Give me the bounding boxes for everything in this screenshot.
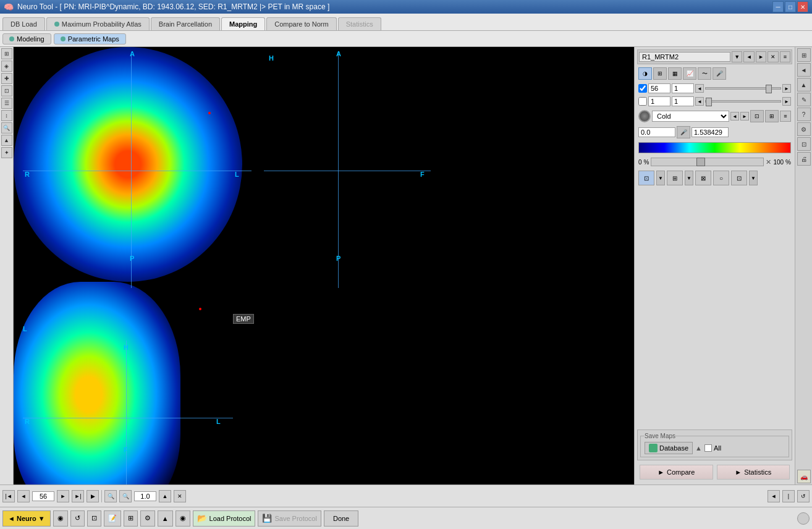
tab-mapping[interactable]: Mapping (221, 17, 265, 30)
ico-wave[interactable]: 〜 (698, 67, 711, 80)
opacity-slider-thumb-1[interactable] (766, 85, 772, 93)
strip-btn-8[interactable]: 🖨 (797, 152, 811, 166)
layer-close-btn[interactable]: ✕ (768, 51, 778, 62)
toolbar-btn-1[interactable]: ◉ (53, 510, 68, 527)
min-value-input[interactable] (638, 127, 675, 137)
colormap-ico-2[interactable]: ⊞ (765, 110, 779, 122)
tab-db-load[interactable]: DB Load (2, 17, 45, 30)
toolbar-btn-4[interactable]: 📝 (104, 510, 121, 527)
toolbar-btn-6[interactable]: ⚙ (140, 510, 155, 527)
compare-button[interactable]: ► Compare (640, 465, 713, 480)
nav-play-btn[interactable]: ▶ (87, 490, 99, 502)
neuro-button[interactable]: ◄ Neuro ▼ (2, 510, 51, 527)
colormap-prev-btn[interactable]: ◄ (730, 112, 739, 121)
subtab-modeling[interactable]: Modeling (2, 33, 51, 44)
save-all-checkbox[interactable] (704, 444, 712, 452)
opacity-inc-btn-1[interactable]: ► (782, 84, 791, 93)
toolbar-btn-3[interactable]: ⊡ (87, 510, 101, 527)
save-database-btn[interactable]: Database (645, 442, 693, 454)
action-drop-2[interactable]: ▼ (685, 171, 693, 185)
zoom-up-btn[interactable]: ▲ (159, 490, 171, 502)
strip-btn-7[interactable]: ⊡ (797, 137, 811, 151)
minimize-button[interactable]: ─ (772, 1, 784, 12)
tool-btn-8[interactable]: ▲ (1, 135, 12, 146)
zoom-close-btn[interactable]: ✕ (174, 490, 186, 502)
strip-btn-6[interactable]: ⚙ (797, 122, 811, 136)
toolbar-btn-8[interactable]: ◉ (176, 510, 190, 527)
opacity-slider-thumb-2[interactable] (706, 98, 712, 106)
layer-name-input[interactable] (639, 52, 730, 62)
close-button[interactable]: ✕ (797, 1, 808, 12)
percent-clear-btn[interactable]: ✕ (766, 158, 771, 166)
strip-btn-4[interactable]: ✎ (797, 93, 811, 106)
maximize-button[interactable]: □ (785, 1, 796, 12)
save-protocol-button[interactable]: 💾 Save Protocol (258, 510, 321, 527)
ico-grid[interactable]: ⊞ (653, 67, 667, 80)
done-button[interactable]: Done (324, 510, 358, 527)
layer-prev-btn[interactable]: ◄ (743, 51, 754, 62)
opacity-dec-btn-1[interactable]: ◄ (695, 84, 704, 93)
action-ico-1[interactable]: ⊡ (638, 171, 654, 185)
strip-btn-2[interactable]: ◄ (797, 63, 811, 77)
action-ico-5[interactable]: ⊡ (731, 171, 747, 185)
load-protocol-button[interactable]: 📂 Load Protocol (193, 510, 256, 527)
nav-next-btn[interactable]: ► (57, 490, 69, 502)
layer-dropdown-btn[interactable]: ▼ (732, 51, 742, 62)
nav-prev-btn[interactable]: ◄ (17, 490, 30, 502)
opacity-value-4[interactable] (672, 96, 694, 106)
ico-chart[interactable]: 📈 (683, 67, 696, 80)
tool-btn-9[interactable]: ✦ (1, 147, 12, 158)
tool-btn-5[interactable]: ☰ (1, 98, 12, 109)
layer-menu-btn[interactable]: ≡ (780, 51, 790, 62)
ico-table[interactable]: ▦ (668, 67, 682, 80)
nav-first-btn[interactable]: |◄ (2, 490, 15, 502)
max-value-input[interactable] (691, 127, 729, 137)
nav-scroll-end[interactable]: | (782, 490, 795, 502)
opacity-slider-1[interactable] (705, 87, 781, 90)
toolbar-btn-7[interactable]: ▲ (158, 510, 173, 527)
action-ico-4[interactable]: ○ (713, 171, 729, 185)
tool-btn-2[interactable]: ◈ (1, 61, 12, 72)
strip-btn-car[interactable]: 🚗 (797, 470, 811, 483)
ico-contrast[interactable]: ◑ (638, 67, 652, 80)
nav-scroll-prev[interactable]: ◄ (768, 490, 780, 502)
tool-btn-1[interactable]: ⊞ (1, 48, 12, 59)
action-drop-3[interactable]: ▼ (749, 171, 758, 185)
strip-btn-1[interactable]: ⊞ (797, 48, 811, 62)
tool-btn-4[interactable]: ⊡ (1, 85, 12, 96)
tab-brain-parc[interactable]: Brain Parcellation (151, 17, 220, 30)
colormap-select[interactable]: Cold (652, 111, 729, 122)
colormap-menu-btn[interactable]: ≡ (780, 111, 791, 122)
percent-slider[interactable] (651, 158, 764, 166)
frame-input[interactable] (32, 491, 54, 501)
nav-refresh[interactable]: ↺ (797, 490, 810, 502)
opacity-value-3[interactable] (648, 96, 670, 106)
viewport[interactable]: A A P P R L H F H R L F L EMP (14, 47, 634, 485)
mic-icon[interactable]: 🎤 (677, 126, 690, 138)
zoom-in-btn[interactable]: 🔍 (104, 490, 117, 502)
tool-btn-7[interactable]: 🔍 (1, 122, 12, 133)
tool-btn-6[interactable]: ↕ (1, 110, 12, 121)
percent-slider-thumb[interactable] (696, 158, 705, 166)
tab-mpa[interactable]: Maximum Probability Atlas (46, 17, 150, 30)
action-drop-1[interactable]: ▼ (656, 171, 665, 185)
colormap-next-btn[interactable]: ► (740, 112, 749, 121)
colormap-ico-1[interactable]: ⊡ (750, 110, 764, 122)
tab-compare-norm[interactable]: Compare to Norm (266, 17, 336, 30)
nav-last-btn[interactable]: ►| (72, 490, 84, 502)
strip-btn-3[interactable]: ▲ (797, 78, 811, 91)
opacity-checkbox-2[interactable] (638, 97, 647, 106)
tool-btn-3[interactable]: ✚ (1, 73, 12, 84)
opacity-slider-2[interactable] (705, 100, 781, 103)
opacity-inc-btn-2[interactable]: ► (782, 97, 791, 106)
opacity-value-2[interactable] (672, 83, 694, 93)
toolbar-btn-5[interactable]: ⊞ (124, 510, 138, 527)
ico-mic[interactable]: 🎤 (713, 67, 726, 80)
zoom-input[interactable] (134, 491, 156, 501)
action-ico-2[interactable]: ⊞ (667, 171, 683, 185)
opacity-checkbox-1[interactable] (638, 84, 647, 93)
statistics-button[interactable]: ► Statistics (717, 465, 790, 480)
zoom-out-btn[interactable]: 🔍 (119, 490, 132, 502)
toolbar-btn-2[interactable]: ↺ (70, 510, 85, 527)
opacity-value-1[interactable] (648, 83, 670, 93)
